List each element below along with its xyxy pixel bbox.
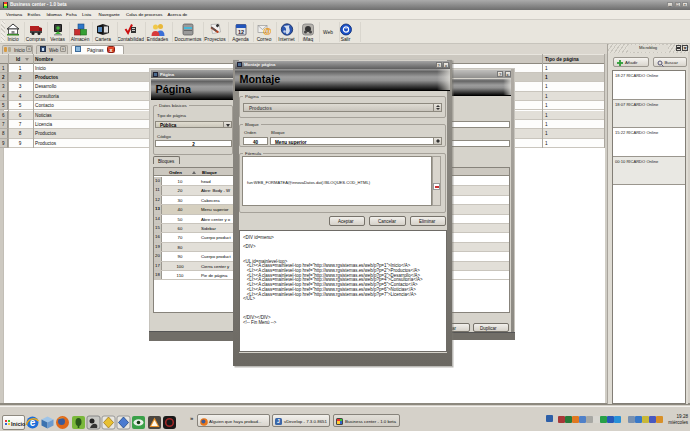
svg-text:e: e xyxy=(30,417,36,428)
svg-text:@: @ xyxy=(263,26,271,36)
svg-text:12: 12 xyxy=(237,29,243,35)
